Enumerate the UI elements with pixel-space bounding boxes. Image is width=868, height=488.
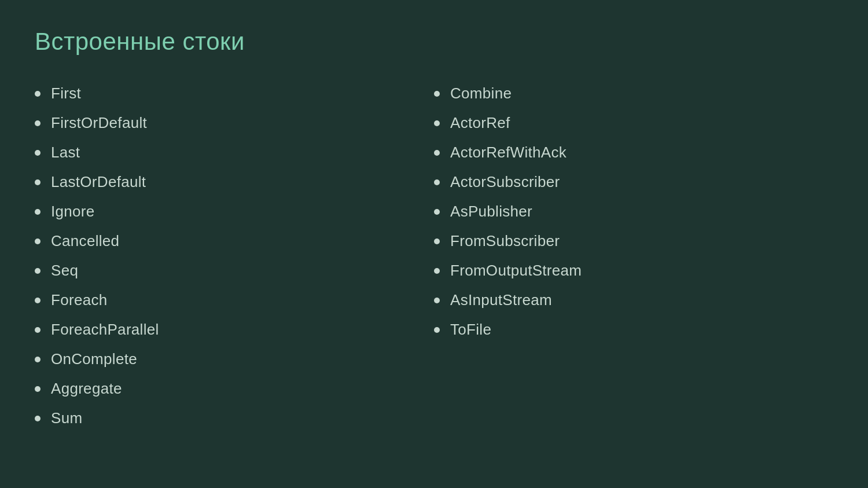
list-item: AsInputStream [434,285,833,315]
bullet-icon [35,91,41,97]
list-item: ActorRefWithAck [434,138,833,167]
list-item: OnComplete [35,344,434,374]
list-item-label: Last [51,144,80,162]
list-item-label: Cancelled [51,232,119,250]
bullet-icon [35,209,41,215]
slide: Встроенные стоки FirstFirstOrDefaultLast… [0,0,868,488]
bullet-icon [35,239,41,244]
list-item: Foreach [35,285,434,315]
bullet-icon [434,91,440,97]
left-column: FirstFirstOrDefaultLastLastOrDefaultIgno… [35,79,434,460]
list-item-label: AsInputStream [450,291,552,309]
list-item: ToFile [434,315,833,344]
list-item: Seq [35,256,434,285]
list-item: FromOutputStream [434,256,833,285]
list-item: ActorSubscriber [434,167,833,197]
bullet-icon [35,416,41,421]
bullet-icon [434,179,440,185]
list-item-label: ForeachParallel [51,321,159,339]
list-item-label: Foreach [51,291,107,309]
bullet-icon [35,327,41,333]
bullet-icon [434,150,440,156]
list-item: FirstOrDefault [35,108,434,138]
bullet-icon [35,386,41,392]
list-item: Ignore [35,197,434,226]
list-item: AsPublisher [434,197,833,226]
bullet-icon [35,150,41,156]
list-item-label: OnComplete [51,350,137,368]
bullet-icon [35,298,41,303]
bullet-icon [35,268,41,274]
list-item-label: FromOutputStream [450,262,582,280]
list-item: Sum [35,403,434,433]
list-item-label: Aggregate [51,380,122,398]
list-item-label: ToFile [450,321,491,339]
bullet-icon [434,239,440,244]
list-item-label: LastOrDefault [51,173,146,191]
list-item: FromSubscriber [434,226,833,256]
list-item-label: AsPublisher [450,203,532,221]
list-item: First [35,79,434,108]
list-item-label: FirstOrDefault [51,114,147,132]
list-item: ForeachParallel [35,315,434,344]
list-item: LastOrDefault [35,167,434,197]
list-item: ActorRef [434,108,833,138]
list-item-label: Seq [51,262,78,280]
slide-title: Встроенные стоки [35,28,833,56]
list-item: Cancelled [35,226,434,256]
bullet-icon [35,179,41,185]
content-area: FirstFirstOrDefaultLastLastOrDefaultIgno… [35,79,833,460]
bullet-icon [35,120,41,126]
list-item-label: FromSubscriber [450,232,560,250]
list-item-label: Sum [51,409,82,427]
list-item: Aggregate [35,374,434,403]
bullet-icon [434,120,440,126]
bullet-icon [434,268,440,274]
list-item: Combine [434,79,833,108]
bullet-icon [434,327,440,333]
bullet-icon [35,357,41,362]
bullet-icon [434,209,440,215]
list-item-label: Combine [450,85,512,102]
list-item-label: Ignore [51,203,95,221]
list-item: Last [35,138,434,167]
list-item-label: ActorRef [450,114,510,132]
list-item-label: First [51,85,81,102]
list-item-label: ActorRefWithAck [450,144,567,162]
right-column: CombineActorRefActorRefWithAckActorSubsc… [434,79,833,460]
list-item-label: ActorSubscriber [450,173,560,191]
bullet-icon [434,298,440,303]
